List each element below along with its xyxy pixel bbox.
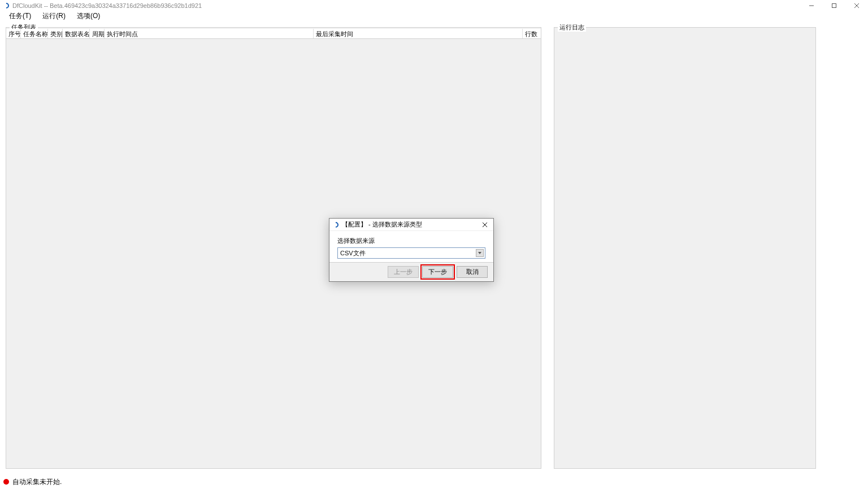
close-button[interactable]	[845, 0, 868, 11]
datasource-label: 选择数据来源	[337, 237, 485, 245]
dialog-close-button[interactable]	[478, 219, 492, 230]
cancel-button[interactable]: 取消	[457, 266, 488, 278]
th-rows[interactable]: 行数	[523, 29, 541, 38]
th-dataname[interactable]: 数据表名	[63, 29, 90, 38]
log-groupbox: 运行日志	[554, 27, 816, 469]
chevron-down-icon	[476, 249, 484, 257]
th-category[interactable]: 类别	[48, 29, 63, 38]
th-name[interactable]: 任务名称	[21, 29, 48, 38]
th-period[interactable]: 周期	[90, 29, 105, 38]
menu-bar: 任务(T) 运行(R) 选项(O)	[0, 11, 868, 21]
dialog-title: 【配置】 - 选择数据来源类型	[342, 220, 422, 229]
title-bar: DfCloudKit -- Beta.469423c9a30324a33716d…	[0, 0, 868, 11]
svg-rect-1	[832, 3, 836, 7]
dialog-app-icon	[332, 221, 340, 229]
status-bar: 自动采集未开始.	[0, 476, 868, 488]
task-table-header: 序号 任务名称 类别 数据表名 周期 执行时间点 最后采集时间 行数	[6, 29, 541, 39]
window-controls	[800, 0, 868, 11]
dialog-body: 选择数据来源 CSV文件	[329, 231, 493, 262]
menu-options[interactable]: 选项(O)	[71, 10, 106, 22]
app-icon	[2, 2, 10, 10]
datasource-selected: CSV文件	[340, 249, 366, 258]
log-legend: 运行日志	[558, 23, 586, 32]
th-exectime[interactable]: 执行时间点	[105, 29, 314, 38]
datasource-combobox[interactable]: CSV文件	[337, 247, 485, 259]
th-index[interactable]: 序号	[6, 29, 21, 38]
status-dot-icon	[3, 479, 9, 485]
menu-run[interactable]: 运行(R)	[37, 10, 71, 22]
panel-log: 运行日志	[554, 27, 816, 469]
maximize-button[interactable]	[823, 0, 845, 11]
svg-marker-6	[478, 252, 481, 254]
minimize-button[interactable]	[800, 0, 823, 11]
menu-tasks[interactable]: 任务(T)	[3, 10, 37, 22]
next-button[interactable]: 下一步	[422, 266, 453, 278]
dialog-footer: 上一步 下一步 取消	[329, 262, 493, 281]
prev-button[interactable]: 上一步	[388, 266, 419, 278]
dialog-titlebar: 【配置】 - 选择数据来源类型	[329, 219, 493, 231]
window-title: DfCloudKit -- Beta.469423c9a30324a33716d…	[12, 2, 202, 9]
main-content: 任务列表 序号 任务名称 类别 数据表名 周期 执行时间点 最后采集时间 行数 …	[0, 21, 868, 476]
config-dialog: 【配置】 - 选择数据来源类型 选择数据来源 CSV文件 上一步 下一步 取消	[329, 218, 494, 282]
th-lastcollect[interactable]: 最后采集时间	[314, 29, 523, 38]
status-text: 自动采集未开始.	[12, 477, 62, 487]
